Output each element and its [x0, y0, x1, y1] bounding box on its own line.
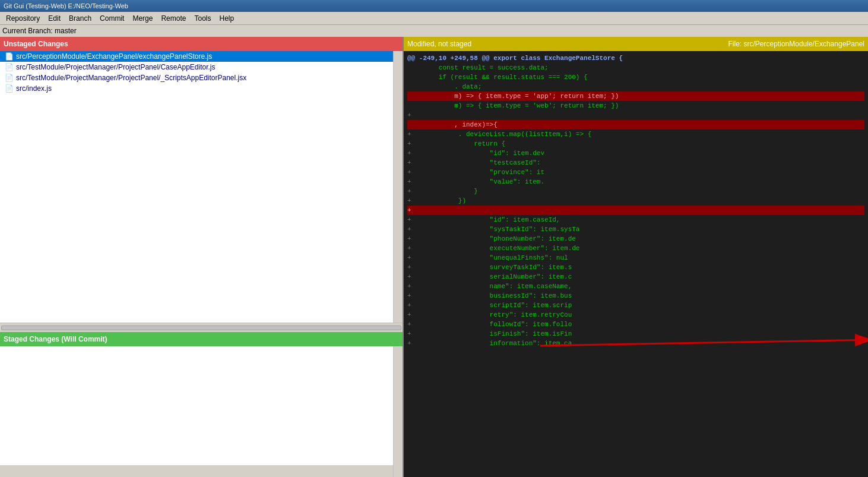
unstaged-label: Unstaged Changes: [4, 40, 68, 48]
file-name: src/index.js: [16, 84, 52, 93]
diff-line: + }): [407, 196, 864, 206]
unstaged-header: Unstaged Changes: [0, 37, 403, 51]
diff-line: + "id": item.caseId,: [407, 215, 864, 225]
file-icon: 📄: [5, 63, 14, 71]
file-item[interactable]: 📄 src/PerceptionModule/ExchangePanel/exc…: [0, 51, 393, 62]
diff-line: @@ -249,10 +249,58 @@ export class Excha…: [407, 53, 864, 63]
staged-header: Staged Changes (Will Commit): [0, 332, 403, 346]
menu-bar: Repository Edit Branch Commit Merge Remo…: [0, 12, 868, 25]
diff-line: +: [407, 110, 864, 120]
diff-line: . data;: [407, 82, 864, 91]
menu-merge[interactable]: Merge: [129, 13, 156, 24]
diff-line: + serialNumber": item.c: [407, 272, 864, 282]
file-item[interactable]: 📄 src/TestModule/ProjectManager/ProjectP…: [0, 72, 393, 83]
diff-line: + retry": item.retryCou: [407, 310, 864, 320]
unstaged-list[interactable]: 📄 src/PerceptionModule/ExchangePanel/exc…: [0, 51, 393, 323]
file-item[interactable]: 📄 src/TestModule/ProjectManager/ProjectP…: [0, 62, 393, 72]
menu-branch[interactable]: Branch: [65, 13, 95, 24]
menu-edit[interactable]: Edit: [45, 13, 64, 24]
menu-help[interactable]: Help: [216, 13, 237, 24]
diff-line: m) => { item.type = 'web'; return item; …: [407, 101, 864, 110]
file-icon: 📄: [5, 84, 14, 93]
diff-line: + "value": item.: [407, 177, 864, 187]
diff-line: + information": item.ca: [407, 339, 864, 348]
diff-file: File: src/PerceptionModule/ExchangePanel: [728, 40, 864, 48]
hscroll-track[interactable]: [1, 326, 401, 330]
file-name: src/TestModule/ProjectManager/ProjectPan…: [16, 63, 216, 71]
diff-line: + name": item.caseName,: [407, 282, 864, 291]
menu-tools[interactable]: Tools: [191, 13, 214, 24]
diff-line: , index)=>{: [407, 120, 864, 129]
diff-content[interactable]: @@ -249,10 +249,58 @@ export class Excha…: [404, 51, 868, 477]
diff-line: + followId": item.follo: [407, 320, 864, 329]
unstaged-area: 📄 src/PerceptionModule/ExchangePanel/exc…: [0, 51, 403, 323]
left-panel: Unstaged Changes 📄 src/PerceptionModule/…: [0, 37, 404, 477]
branch-text: Current Branch: master: [2, 27, 77, 35]
diff-line: + executeNumber": item.de: [407, 244, 864, 253]
title-bar: Git Gui (Testing-Web) E:/NEO/Testing-Web: [0, 0, 868, 12]
diff-header: Modified, not staged File: src/Perceptio…: [404, 37, 868, 51]
diff-line: + "unequalFinshs": nul: [407, 253, 864, 263]
branch-bar: Current Branch: master: [0, 25, 868, 37]
diff-line: + surveyTaskId": item.s: [407, 263, 864, 272]
diff-line: + "phoneNumber": item.de: [407, 234, 864, 244]
diff-line: +: [407, 206, 864, 215]
title-text: Git Gui (Testing-Web) E:/NEO/Testing-Web: [4, 2, 128, 10]
diff-line: + isFinish": item.isFin: [407, 329, 864, 339]
file-item[interactable]: 📄 src/index.js: [0, 83, 393, 94]
diff-line: + "testcaseId":: [407, 158, 864, 168]
diff-line: + }: [407, 187, 864, 196]
diff-line: + businessId": item.bus: [407, 291, 864, 301]
unstaged-scroll-v[interactable]: [393, 51, 403, 323]
diff-line: + . deviceList.map((listItem,i) => {: [407, 129, 864, 139]
staged-scroll-v[interactable]: [393, 346, 403, 477]
file-icon: 📄: [5, 74, 14, 82]
diff-line: + "province": it: [407, 168, 864, 177]
diff-line: + return {: [407, 139, 864, 149]
menu-commit[interactable]: Commit: [96, 13, 128, 24]
staged-label: Staged Changes (Will Commit): [4, 335, 107, 343]
right-panel: Modified, not staged File: src/Perceptio…: [404, 37, 868, 477]
menu-repository[interactable]: Repository: [2, 13, 43, 24]
diff-line: m) => { item.type = 'app'; return item; …: [407, 91, 864, 101]
file-name: src/PerceptionModule/ExchangePanel/excha…: [16, 52, 212, 61]
diff-status: Modified, not staged: [407, 40, 471, 48]
file-icon: 📄: [5, 52, 14, 61]
diff-line: + scriptId": item.scrip: [407, 301, 864, 310]
file-name: src/TestModule/ProjectManager/ProjectPan…: [16, 74, 246, 82]
diff-line: if (result && result.status === 200) {: [407, 72, 864, 82]
diff-line: + "sysTaskId": item.sysTa: [407, 225, 864, 234]
diff-line: const result = success.data;: [407, 63, 864, 72]
unstaged-hscroll[interactable]: [0, 323, 403, 332]
menu-remote[interactable]: Remote: [157, 13, 189, 24]
staged-list[interactable]: [0, 346, 393, 465]
staged-area: [0, 346, 403, 477]
diff-line: + "id": item.dev: [407, 149, 864, 158]
main-layout: Unstaged Changes 📄 src/PerceptionModule/…: [0, 37, 868, 477]
